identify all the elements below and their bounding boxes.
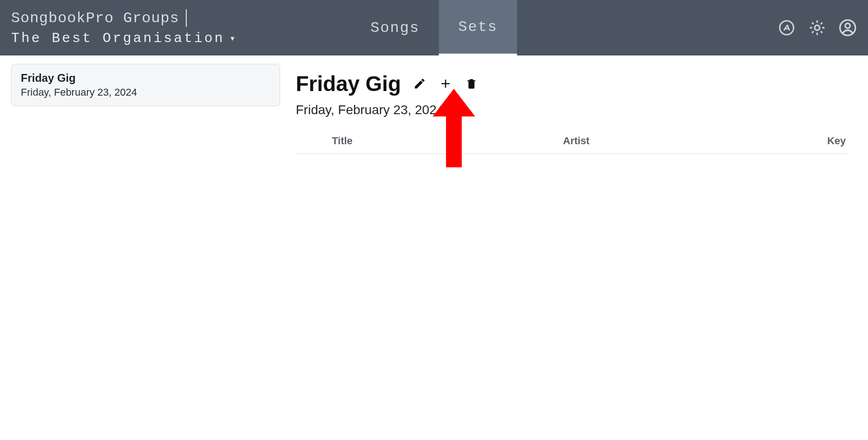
app-title: SongbookPro Groups — [11, 10, 179, 27]
sets-sidebar: Friday Gig Friday, February 23, 2024 — [0, 55, 291, 440]
header-right — [777, 0, 857, 55]
set-list-item-date: Friday, February 23, 2024 — [21, 86, 270, 98]
tab-songs[interactable]: Songs — [351, 0, 439, 55]
svg-marker-4 — [433, 89, 475, 167]
app-header: SongbookPro Groups The Best Organisation… — [0, 0, 868, 55]
gear-icon[interactable] — [808, 18, 826, 37]
content: Friday Gig Friday, February 23, 2024 Fri… — [0, 55, 868, 440]
svg-point-0 — [780, 21, 794, 35]
header-left: SongbookPro Groups The Best Organisation… — [0, 0, 236, 55]
set-list-item[interactable]: Friday Gig Friday, February 23, 2024 — [11, 64, 280, 106]
annotation-arrow-icon — [433, 89, 475, 167]
col-header-artist: Artist — [563, 135, 808, 147]
set-date: Friday, February 23, 2024 — [296, 103, 850, 117]
org-selector[interactable]: The Best Organisation ▼ — [11, 31, 236, 46]
account-icon[interactable] — [838, 18, 857, 37]
set-list-item-title: Friday Gig — [21, 72, 270, 85]
plus-icon[interactable] — [439, 77, 452, 91]
trash-icon[interactable] — [465, 77, 478, 91]
set-detail: Friday Gig Friday, February 23, 2024 Tit… — [291, 55, 868, 440]
app-title-row: SongbookPro Groups — [11, 9, 236, 27]
caret-down-icon: ▼ — [229, 35, 236, 42]
title-divider — [186, 9, 187, 27]
col-handle — [296, 135, 332, 147]
songs-table-header: Title Artist Key — [296, 135, 850, 154]
svg-point-3 — [845, 24, 850, 29]
col-header-key: Key — [808, 135, 850, 147]
set-title: Friday Gig — [296, 71, 401, 96]
svg-point-1 — [815, 25, 820, 31]
autoscroll-icon[interactable] — [777, 18, 796, 37]
org-name: The Best Organisation — [11, 31, 225, 46]
tab-sets[interactable]: Sets — [439, 0, 517, 55]
col-header-title: Title — [332, 135, 563, 147]
main-tabs: Songs Sets — [351, 0, 517, 55]
set-header-row: Friday Gig — [296, 71, 850, 96]
pencil-icon[interactable] — [413, 77, 427, 91]
